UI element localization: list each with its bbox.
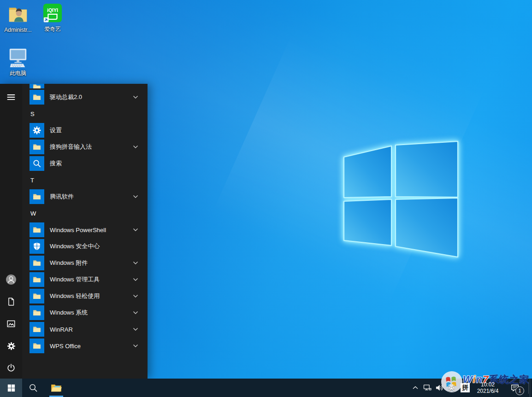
desktop-root: Administr...iQIYI爱奇艺此电脑 驱动总裁2.0S设置搜狗拼音输入… xyxy=(0,0,532,397)
start-menu-item-label: Windows 系统 xyxy=(50,309,88,317)
rail-documents-button[interactable] xyxy=(0,291,22,313)
start-menu-item[interactable]: Windows 系统 xyxy=(22,304,148,321)
start-menu-item[interactable]: Windows PowerShell xyxy=(22,222,148,238)
hamburger-icon xyxy=(6,92,16,102)
chevron-down-icon[interactable] xyxy=(133,327,138,331)
start-menu-item[interactable]: Windows 附件 xyxy=(22,255,148,271)
tray-clock[interactable]: 10:02 2021/6/4 xyxy=(473,379,502,397)
network-ethernet-icon xyxy=(423,383,432,392)
rail-user-button[interactable] xyxy=(0,269,22,291)
taskbar-search-button[interactable] xyxy=(22,379,44,397)
rail-hamburger-button[interactable] xyxy=(0,86,22,108)
start-menu-item[interactable]: Windows 管理工具 xyxy=(22,271,148,288)
chevron-down-icon[interactable] xyxy=(133,195,138,198)
chevron-down-icon[interactable] xyxy=(133,228,138,232)
start-menu-item[interactable]: 驱动总裁2.0 xyxy=(22,89,148,105)
this-pc-icon xyxy=(1,46,35,69)
folder-icon xyxy=(30,322,44,337)
start-menu-item[interactable]: 搜索 xyxy=(22,155,148,172)
magnifier-icon xyxy=(30,156,44,171)
desktop-icon-label: 爱奇艺 xyxy=(35,26,70,32)
start-menu-item-label: Windows 轻松使用 xyxy=(50,292,100,300)
taskbar-file-explorer-button[interactable] xyxy=(45,379,67,397)
start-menu-item-label: Windows 安全中心 xyxy=(50,242,100,251)
rail-settings-button[interactable] xyxy=(0,335,22,357)
start-menu-item-label: WPS Office xyxy=(50,343,81,350)
desktop-icon-administrator[interactable]: Administr... xyxy=(1,3,35,33)
taskbar: Win7系统之家 xyxy=(0,379,532,397)
folder-user-icon xyxy=(1,3,35,26)
chevron-up-icon xyxy=(411,383,420,392)
app-group-header-label: S xyxy=(30,111,35,117)
start-menu-item[interactable]: 搜狗拼音输入法 xyxy=(22,139,148,155)
chevron-down-icon[interactable] xyxy=(133,261,138,265)
chevron-down-icon[interactable] xyxy=(133,278,138,281)
app-group-header[interactable]: T xyxy=(22,172,148,188)
folder-icon xyxy=(30,140,44,154)
start-menu-item[interactable]: 设置 xyxy=(22,122,148,139)
start-menu: 驱动总裁2.0S设置搜狗拼音输入法搜索T腾讯软件WWindows PowerSh… xyxy=(0,84,148,379)
clock-date: 2021/6/4 xyxy=(477,388,499,394)
app-group-header[interactable]: S xyxy=(22,105,148,122)
clock-time: 10:02 xyxy=(481,381,495,388)
start-menu-item[interactable]: 腾讯软件 xyxy=(22,188,148,205)
tray-divider xyxy=(528,382,529,394)
folder-icon xyxy=(30,289,44,304)
app-group-header-label: W xyxy=(30,210,36,217)
gear-icon xyxy=(30,123,44,138)
start-menu-rail xyxy=(0,84,22,379)
tray-language-indicator[interactable]: 英 xyxy=(445,379,457,397)
folder-icon xyxy=(30,189,44,204)
start-menu-item[interactable]: WinRAR xyxy=(22,321,148,338)
folder-icon xyxy=(30,222,44,237)
speaker-icon xyxy=(435,383,444,392)
pictures-icon xyxy=(6,319,16,329)
start-menu-item-label: Windows 附件 xyxy=(50,259,88,267)
windows-start-icon xyxy=(7,384,15,392)
power-icon xyxy=(6,363,16,373)
iqiyi-icon: iQIYI xyxy=(35,2,70,25)
chevron-down-icon[interactable] xyxy=(133,145,138,149)
start-menu-app-list: 驱动总裁2.0S设置搜狗拼音输入法搜索T腾讯软件WWindows PowerSh… xyxy=(22,84,148,379)
chevron-down-icon[interactable] xyxy=(133,344,138,348)
start-menu-item[interactable]: Windows 安全中心 xyxy=(22,238,148,255)
chevron-down-icon[interactable] xyxy=(133,95,138,99)
action-center-button[interactable]: 1 xyxy=(502,379,527,397)
desktop-icon-this-pc[interactable]: 此电脑 xyxy=(1,46,35,76)
start-button[interactable] xyxy=(0,379,22,397)
show-desktop-button[interactable] xyxy=(530,379,532,397)
partially-visible-app-tile[interactable] xyxy=(30,84,44,88)
ime-mode-label: 拼 xyxy=(461,383,470,392)
chevron-down-icon[interactable] xyxy=(133,311,138,315)
folder-icon xyxy=(30,339,44,353)
start-menu-item-label: 搜狗拼音输入法 xyxy=(50,143,92,151)
rail-power-button[interactable] xyxy=(0,357,22,379)
folder-icon xyxy=(30,305,44,320)
start-menu-item-label: 搜索 xyxy=(50,159,62,168)
system-tray: 英 拼 10:02 2021/6/4 1 xyxy=(409,379,532,397)
desktop-icon-label: 此电脑 xyxy=(1,70,35,76)
start-menu-item-label: Windows 管理工具 xyxy=(50,275,100,284)
tray-volume-button[interactable] xyxy=(433,379,445,397)
folder-icon xyxy=(30,90,44,105)
file-explorer-icon xyxy=(50,382,62,394)
app-group-header[interactable]: W xyxy=(22,205,148,222)
app-group-header-label: T xyxy=(30,177,34,184)
tray-ime-mode-indicator[interactable]: 拼 xyxy=(457,379,473,397)
start-menu-item-label: 腾讯软件 xyxy=(50,193,74,201)
desktop-icon-iqiyi[interactable]: iQIYI爱奇艺 xyxy=(35,2,70,32)
start-menu-item-label: 驱动总裁2.0 xyxy=(50,93,82,101)
start-menu-item-label: WinRAR xyxy=(50,326,73,333)
search-icon xyxy=(28,383,38,393)
rail-pictures-button[interactable] xyxy=(0,313,22,335)
shield-icon xyxy=(30,239,44,254)
start-menu-item[interactable]: Windows 轻松使用 xyxy=(22,288,148,304)
start-menu-item-label: 设置 xyxy=(50,126,62,134)
start-menu-item[interactable]: WPS Office xyxy=(22,338,148,354)
folder-icon xyxy=(30,272,44,287)
tray-network-button[interactable] xyxy=(421,379,433,397)
chevron-down-icon[interactable] xyxy=(133,294,138,298)
tray-show-hidden-icons-button[interactable] xyxy=(409,379,421,397)
desktop-icon-label: Administr... xyxy=(1,27,35,33)
svg-text:iQIYI: iQIYI xyxy=(47,7,58,13)
